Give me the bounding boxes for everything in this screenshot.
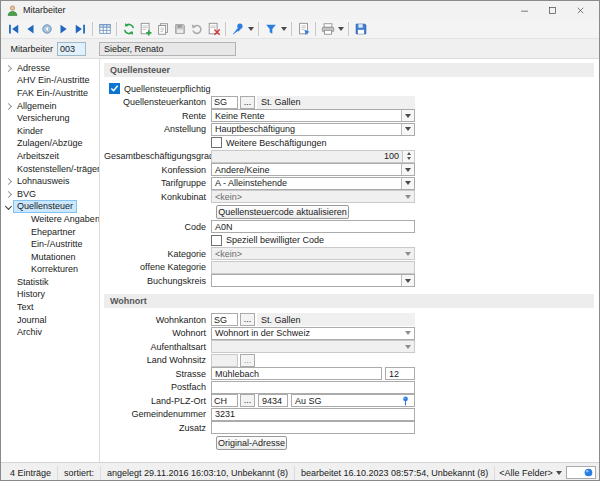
sidebar-item-weitere-angaben[interactable]: Weitere Angaben xyxy=(1,213,99,226)
spin-down-icon[interactable] xyxy=(403,156,414,162)
plz-lookup-button[interactable]: ... xyxy=(240,394,255,407)
report-preview-icon[interactable] xyxy=(295,20,312,37)
dropdown-arrow-icon[interactable] xyxy=(401,178,414,189)
sidebar-item-versicherung[interactable]: Versicherung xyxy=(1,112,99,125)
sidebar-item-bvg[interactable]: BVG xyxy=(1,188,99,201)
maximize-button[interactable] xyxy=(538,2,566,18)
quellensteuerkanton-lookup-button[interactable]: ... xyxy=(240,96,255,109)
pin-dropdown-arrow[interactable] xyxy=(246,20,255,37)
status-search-input[interactable] xyxy=(566,466,596,479)
postfach-input[interactable] xyxy=(211,381,415,394)
gemeindenummer-input[interactable]: 3231 xyxy=(211,408,415,421)
sidebar-item-history[interactable]: History xyxy=(1,289,99,302)
wohnkanton-code-input[interactable]: SG xyxy=(211,313,238,326)
table-view-icon[interactable] xyxy=(96,20,113,37)
dropdown-arrow-icon[interactable] xyxy=(401,110,414,121)
sidebar-item-korrekturen[interactable]: Korrekturen xyxy=(1,264,99,277)
kategorie-label: Kategorie xyxy=(104,249,211,259)
refresh-icon[interactable] xyxy=(120,20,137,37)
print-icon[interactable] xyxy=(319,20,336,37)
dropdown-arrow-icon[interactable] xyxy=(401,275,414,286)
undo-icon[interactable] xyxy=(188,20,205,37)
sidebar-item-adresse[interactable]: Adresse xyxy=(1,62,99,75)
field-wohnkanton: Wohnkanton SG ... St. Gallen xyxy=(104,313,594,326)
land-input[interactable]: CH xyxy=(211,394,238,407)
sidebar-item-text[interactable]: Text xyxy=(1,301,99,314)
strasse-input[interactable]: Mühlebach xyxy=(211,367,382,380)
wohnkanton-lookup-button[interactable]: ... xyxy=(240,313,255,326)
sidebar-item-allgemein[interactable]: Allgemein xyxy=(1,100,99,113)
sidebar-item-kostenstellen-traeger[interactable]: Kostenstellen/-träger xyxy=(1,163,99,176)
field-konkubinat: Konkubinat <kein> xyxy=(104,190,594,203)
original-adresse-button[interactable]: Original-Adresse xyxy=(216,436,287,450)
sidebar-item-ein-austritte[interactable]: Ein-/Austritte xyxy=(1,238,99,251)
filter-icon[interactable] xyxy=(262,20,279,37)
code-input[interactable]: A0N xyxy=(211,220,415,233)
sidebar-item-mutationen[interactable]: Mutationen xyxy=(1,251,99,264)
sidebar-item-quellensteuer[interactable]: Quellensteuer xyxy=(1,201,99,214)
status-field-filter[interactable]: <Alle Felder> xyxy=(495,468,566,478)
field-aufenthaltsart: Aufenthaltsart xyxy=(104,340,594,353)
sidebar-item-kinder[interactable]: Kinder xyxy=(1,125,99,138)
plz-input[interactable]: 9434 xyxy=(258,394,288,407)
current-record-icon[interactable] xyxy=(38,20,55,37)
weitere-beschaeftigungen-checkbox[interactable] xyxy=(211,137,222,148)
map-pin-icon[interactable] xyxy=(400,395,411,407)
quellensteuercode-aktualisieren-button[interactable]: Quellensteuercode aktualisieren xyxy=(216,205,349,219)
quellensteuerpflichtig-checkbox[interactable] xyxy=(109,83,120,94)
sidebar-item-archiv[interactable]: Archiv xyxy=(1,326,99,339)
section-header-quellensteuer: Quellensteuer xyxy=(104,63,594,77)
close-button[interactable] xyxy=(566,2,594,18)
sidebar-item-zulagen-abzuege[interactable]: Zulagen/Abzüge xyxy=(1,138,99,151)
sidebar-item-ehepartner[interactable]: Ehepartner xyxy=(1,226,99,239)
new-record-icon[interactable] xyxy=(137,20,154,37)
rente-dropdown[interactable]: Keine Rente xyxy=(211,109,415,122)
quellensteuerkanton-code-input[interactable]: SG xyxy=(211,96,238,109)
print-dropdown-arrow[interactable] xyxy=(336,20,345,37)
tarifgruppe-dropdown[interactable]: A - Alleinstehende xyxy=(211,177,415,190)
copy-record-icon[interactable] xyxy=(154,20,171,37)
ort-input[interactable]: Au SG xyxy=(291,394,415,407)
field-rente: Rente Keine Rente xyxy=(104,109,594,122)
sidebar-item-ahv-ein-austritte[interactable]: AHV Ein-/Austritte xyxy=(1,75,99,88)
row-update-button: Quellensteuercode aktualisieren xyxy=(216,204,594,219)
kategorie-dropdown: <kein> xyxy=(211,247,415,260)
wohnkanton-name: St. Gallen xyxy=(257,313,415,326)
anstellung-dropdown[interactable]: Hauptbeschäftigung xyxy=(211,123,415,136)
quellensteuerkanton-label: Quellensteuerkanton xyxy=(104,97,211,107)
delete-record-icon[interactable] xyxy=(205,20,222,37)
sidebar-item-lohnausweis[interactable]: Lohnausweis xyxy=(1,175,99,188)
previous-record-icon[interactable] xyxy=(21,20,38,37)
record-id-field[interactable]: 003 xyxy=(57,42,86,56)
sidebar-item-journal[interactable]: Journal xyxy=(1,314,99,327)
export-disk-icon[interactable] xyxy=(352,20,369,37)
title-bar: Mitarbeiter xyxy=(1,1,599,19)
sidebar-item-fak-ein-austritte[interactable]: FAK Ein-/Austritte xyxy=(1,87,99,100)
hausnummer-input[interactable]: 12 xyxy=(385,367,415,380)
zusatz-input[interactable] xyxy=(211,421,415,434)
next-record-icon[interactable] xyxy=(55,20,72,37)
sidebar-item-arbeitszeit[interactable]: Arbeitszeit xyxy=(1,150,99,163)
first-record-icon[interactable] xyxy=(4,20,21,37)
field-filter-dropdown-arrow[interactable] xyxy=(556,471,562,475)
chevron-right-icon xyxy=(4,177,13,186)
speziell-bewilligter-code-checkbox[interactable] xyxy=(211,235,222,246)
dropdown-arrow-icon[interactable] xyxy=(401,124,414,135)
field-quellensteuerpflichtig: Quellensteuerpflichtig xyxy=(104,82,594,95)
land-wohnsitz-label: Land Wohnsitz xyxy=(104,355,211,365)
main-toolbar xyxy=(1,19,599,39)
buchungskreis-dropdown[interactable] xyxy=(211,274,415,287)
sidebar-item-statistik[interactable]: Statistik xyxy=(1,276,99,289)
gesamtbeschaeftigungsgrad-spinner[interactable]: 100 xyxy=(211,150,415,163)
field-code: Code A0N xyxy=(104,220,594,233)
content-area: Adresse AHV Ein-/Austritte FAK Ein-/Aust… xyxy=(1,58,599,462)
dropdown-arrow-icon[interactable] xyxy=(401,164,414,175)
search-ball-icon[interactable] xyxy=(583,467,594,478)
konfession-dropdown[interactable]: Andere/Keine xyxy=(211,163,415,176)
minimize-button[interactable] xyxy=(510,2,538,18)
pin-icon[interactable] xyxy=(229,20,246,37)
save-icon[interactable] xyxy=(171,20,188,37)
last-record-icon[interactable] xyxy=(72,20,89,37)
spinner-buttons[interactable] xyxy=(402,151,414,162)
filter-dropdown-arrow[interactable] xyxy=(279,20,288,37)
